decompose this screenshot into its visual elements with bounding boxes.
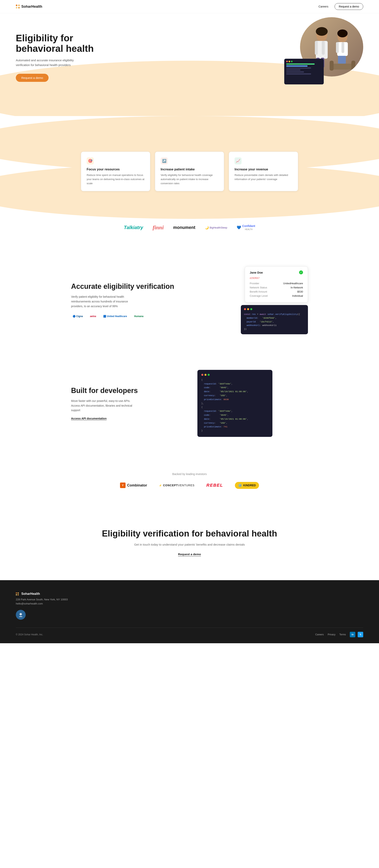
logo-finni: finni bbox=[152, 224, 164, 231]
logo-dots bbox=[16, 4, 20, 8]
logo-humana: Humana bbox=[133, 314, 145, 318]
cta-section: Eligibility verification for behavioral … bbox=[0, 513, 379, 572]
code-line-4 bbox=[286, 69, 301, 70]
logo-dot-1 bbox=[16, 4, 18, 6]
insurance-logos: 🔵 Cigna aetna 🟦 United Healthcare Humana bbox=[71, 314, 182, 318]
hero-screen-dots bbox=[286, 61, 322, 62]
hero-image-area bbox=[280, 17, 363, 96]
screen-dot-red bbox=[286, 61, 288, 62]
developers-content: Built for developers Move faster with ou… bbox=[71, 386, 182, 420]
logo-text: SoharHealth bbox=[21, 4, 42, 9]
api-dot-green bbox=[208, 374, 210, 376]
footer-link-careers[interactable]: Careers bbox=[315, 633, 324, 636]
investors-label: Backed by leading investors bbox=[16, 472, 363, 475]
patient-id: d290f667 bbox=[250, 277, 303, 280]
svg-point-12 bbox=[337, 29, 348, 37]
hero-code-screen bbox=[284, 59, 324, 85]
logo-talkiatry: Talkiatry bbox=[124, 225, 143, 230]
code-line-3 bbox=[286, 67, 311, 69]
footer-dot-3 bbox=[16, 594, 17, 595]
logo-united: 🟦 United Healthcare bbox=[102, 314, 129, 318]
api-dot-yellow bbox=[205, 374, 206, 376]
hero-section: Eligibility for behavioral health Automa… bbox=[0, 13, 379, 116]
footer: SoharHealth 228 Park Avenue South, New Y… bbox=[0, 580, 379, 643]
code-line-2 bbox=[286, 65, 308, 67]
developers-api-link[interactable]: Access API documentation bbox=[71, 417, 107, 420]
logo[interactable]: SoharHealth bbox=[16, 4, 42, 9]
svg-point-16 bbox=[20, 613, 22, 615]
footer-dot-4 bbox=[18, 594, 19, 595]
feature-desc-revenue: Reduce preventable claim denials with de… bbox=[235, 173, 292, 182]
logos-row: Talkiatry finni monument 🌙 BigHealthSlee… bbox=[16, 224, 363, 231]
features-wrapper: 🎯 Focus your resources Reduce time spent… bbox=[0, 132, 379, 203]
logo-monument: monument bbox=[173, 225, 195, 230]
eligibility-content: Accurate eligibility verification Verify… bbox=[71, 282, 182, 319]
svg-rect-13 bbox=[332, 64, 353, 70]
linkedin-icon[interactable]: in bbox=[350, 632, 355, 637]
code-line-6 bbox=[286, 73, 311, 74]
patient-row-benefit: Benefit Amount $530 bbox=[250, 290, 303, 293]
svg-rect-3 bbox=[322, 41, 325, 55]
code-dot-yellow bbox=[247, 308, 249, 310]
eligibility-section: Accurate eligibility verification Verify… bbox=[0, 254, 379, 346]
feature-card-revenue: 📈 Increase your revenue Reduce preventab… bbox=[229, 152, 298, 191]
yc-badge: Y bbox=[120, 483, 126, 488]
patient-row-provider: Provider UnitedHealthcare bbox=[250, 282, 303, 285]
features-content: 🎯 Focus your resources Reduce time spent… bbox=[16, 152, 363, 191]
investors-row: Y Combinator ⚡ CONCEPTVENTURES REBEL ⚙️ … bbox=[16, 482, 363, 489]
twitter-icon[interactable]: 𝕏 bbox=[358, 632, 363, 637]
svg-rect-14 bbox=[330, 61, 334, 70]
footer-email: hello@soharhealth.com bbox=[16, 602, 363, 605]
logo-dot-4 bbox=[18, 7, 20, 8]
footer-badge-icon bbox=[18, 612, 24, 618]
investor-rebel: REBEL bbox=[206, 483, 223, 488]
patient-value-benefit: $530 bbox=[297, 290, 303, 293]
patient-card: Jane Doe ✓ d290f667 Provider UnitedHealt… bbox=[245, 266, 308, 303]
api-text: { requestId: '3b5f7e9e', code: '9945', d… bbox=[201, 378, 269, 433]
footer-links: Careers Privacy Terms in 𝕏 bbox=[315, 632, 363, 637]
eligibility-inner: Accurate eligibility verification Verify… bbox=[71, 266, 308, 334]
patient-label-coverage: Coverage Level bbox=[250, 294, 268, 297]
patient-value-provider: UnitedHealthcare bbox=[283, 282, 303, 285]
code-block-dots bbox=[244, 308, 305, 310]
feature-icon-resources: 🎯 bbox=[87, 157, 94, 164]
investor-kindred: ⚙️ KINDRED bbox=[235, 482, 259, 489]
nav-links: Careers Request a demo bbox=[318, 3, 363, 10]
footer-link-terms[interactable]: Terms bbox=[339, 633, 346, 636]
footer-bottom: © 2024 Sohar Health, Inc. Careers Privac… bbox=[16, 628, 363, 637]
code-line-1 bbox=[286, 63, 315, 65]
logo-dot-3 bbox=[16, 7, 18, 8]
footer-link-privacy[interactable]: Privacy bbox=[328, 633, 335, 636]
developers-title: Built for developers bbox=[71, 386, 182, 395]
footer-badge bbox=[16, 610, 26, 620]
investors-section: Backed by leading investors Y Combinator… bbox=[0, 461, 379, 501]
footer-copyright: © 2024 Sohar Health, Inc. bbox=[16, 633, 43, 636]
investor-yc: Y Combinator bbox=[120, 483, 147, 488]
developers-section: Built for developers Move faster with ou… bbox=[0, 358, 379, 449]
footer-dot-2 bbox=[18, 592, 19, 594]
logo-confidant: 💙 ConfidantHEALTH bbox=[237, 224, 255, 231]
yc-label: Combinator bbox=[127, 483, 147, 488]
svg-rect-15 bbox=[351, 61, 355, 70]
hero-subtitle: Automated and accurate insurance eligibi… bbox=[16, 58, 87, 67]
features-grid: 🎯 Focus your resources Reduce time spent… bbox=[81, 152, 298, 191]
code-dot-red bbox=[244, 308, 246, 310]
logo-sleepio: 🌙 BigHealthSleep bbox=[205, 226, 228, 229]
svg-rect-10 bbox=[342, 42, 344, 53]
code-line-5 bbox=[286, 71, 304, 72]
hero-cta-button[interactable]: Request a demo bbox=[16, 74, 48, 82]
patient-value-network: In-Network bbox=[290, 286, 303, 289]
developers-desc: Move faster with our powerful, easy-to-u… bbox=[71, 399, 138, 413]
cta-button[interactable]: Request a demo bbox=[178, 553, 201, 556]
patient-label-network: Network Status bbox=[250, 286, 267, 289]
footer-social: in 𝕏 bbox=[350, 632, 363, 637]
eligibility-desc: Verify patient eligibility for behaviora… bbox=[71, 294, 138, 309]
eligibility-card-area: Jane Doe ✓ d290f667 Provider UnitedHealt… bbox=[197, 266, 308, 334]
nav-careers-link[interactable]: Careers bbox=[318, 5, 328, 8]
nav-demo-button[interactable]: Request a demo bbox=[335, 3, 363, 10]
footer-dot-1 bbox=[16, 592, 17, 594]
patient-name: Jane Doe bbox=[250, 271, 263, 274]
feature-card-resources: 🎯 Focus your resources Reduce time spent… bbox=[81, 152, 150, 191]
feature-card-intake: ↗️ Increase patient intake Verify eligib… bbox=[155, 152, 224, 191]
feature-icon-revenue: 📈 bbox=[235, 157, 242, 164]
